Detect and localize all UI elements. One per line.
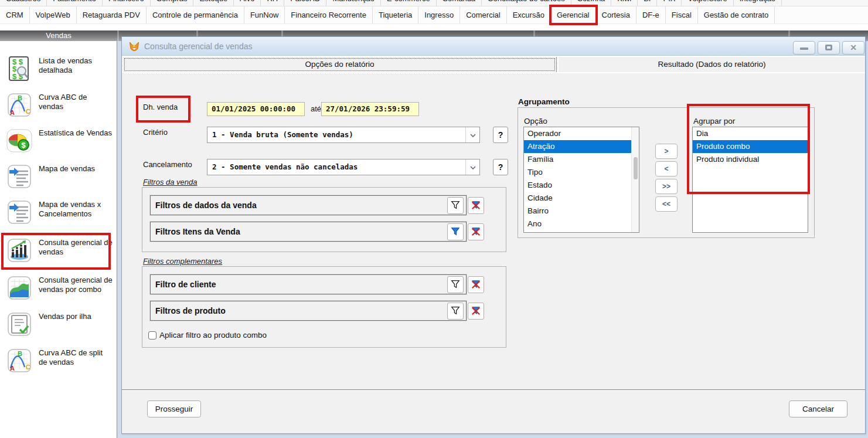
sidebar-item-mapa-de-vendas[interactable]: Mapa de vendas — [5, 163, 114, 197]
move-all-right-button[interactable]: >> — [655, 179, 678, 194]
menu-top-item[interactable]: Cadastros — [0, 0, 47, 6]
cancelamento-dropdown[interactable]: 2 - Somente vendas não canceladas — [207, 159, 480, 175]
filter-funnel-button[interactable] — [447, 276, 464, 293]
menu-item-cortesia[interactable]: Cortesia — [596, 6, 636, 23]
menu-item-retaguarda-pdv[interactable]: Retaguarda PDV — [77, 6, 147, 23]
menu-top-item[interactable]: Volpe.Store — [682, 0, 733, 6]
menu-top-item[interactable]: Kiwi — [611, 0, 638, 6]
minimize-button[interactable] — [793, 41, 815, 55]
menu-item-controle-permanencia[interactable]: Controle de permanência — [147, 6, 244, 23]
svg-text:B: B — [18, 350, 22, 357]
list-item[interactable]: Tipo — [524, 166, 639, 179]
menu-top-item[interactable]: Integração — [734, 0, 782, 6]
checked-doc-icon — [6, 311, 33, 338]
aplicar-filtro-combo-checkbox[interactable] — [148, 331, 156, 339]
cancelar-button[interactable]: Cancelar — [789, 400, 847, 417]
scrollbar[interactable] — [631, 127, 639, 232]
list-item-selected[interactable]: Produto combo — [693, 140, 808, 153]
menu-top-item[interactable]: BI — [638, 0, 657, 6]
menu-top-item[interactable]: Manutenção — [326, 0, 381, 6]
menu-top-item[interactable]: PalcoHD — [284, 0, 326, 6]
menu-item-gestao-contrato[interactable]: Gestão de contrato — [698, 6, 775, 23]
clear-filter-button[interactable] — [468, 276, 484, 293]
criterio-dropdown[interactable]: 1 - Venda bruta (Somente vendas) — [207, 127, 480, 143]
filter-funnel-button[interactable] — [447, 197, 464, 214]
window-titlebar[interactable]: Consulta gerencial de vendas ✕ — [122, 37, 865, 56]
cancelamento-help-button[interactable]: ? — [493, 159, 508, 175]
criterio-label: Critério — [143, 128, 168, 137]
list-item[interactable]: Ano — [524, 218, 639, 230]
menu-top-item[interactable]: Comanda — [437, 0, 482, 6]
svg-text:B: B — [18, 94, 22, 101]
sidebar-item-label: Consulta gerencial de vendas — [39, 238, 113, 257]
filtro-cliente-bar[interactable]: Filtro de cliente — [150, 274, 467, 294]
funnel-filled-icon — [450, 226, 461, 237]
menu-item-comercial[interactable]: Comercial — [460, 6, 507, 23]
scrollbar-thumb[interactable] — [634, 157, 638, 179]
restore-button[interactable] — [818, 41, 840, 55]
sidebar-item-curva-abc-split[interactable]: ABC Curva ABC de split de vendas — [5, 347, 114, 381]
menu-top-item[interactable]: PIX — [657, 0, 682, 6]
tab-resultado-dados-relatorio[interactable]: Resultado (Dados do relatório) — [559, 57, 865, 72]
menu-top-item[interactable]: Faturamento — [47, 0, 103, 6]
menu-top-item[interactable]: Cozinha — [571, 0, 612, 6]
criterio-help-button[interactable]: ? — [493, 127, 508, 143]
filter-funnel-button[interactable] — [447, 303, 464, 320]
filtros-dados-venda-bar[interactable]: Filtros de dados da venda — [150, 195, 467, 215]
sidebar-item-estatistica-de-vendas[interactable]: $ Estatística de Vendas — [5, 127, 114, 161]
menu-top-item[interactable]: Estoque — [193, 0, 234, 6]
clear-filter-button[interactable] — [468, 303, 484, 320]
filtros-produto-bar[interactable]: Filtros de produto — [150, 301, 467, 321]
menu-item-crm[interactable]: CRM — [0, 6, 30, 23]
list-item[interactable]: Família — [524, 153, 639, 166]
menu-item-tiqueteria[interactable]: Tiqueteria — [373, 6, 418, 23]
menu-item-fiscal[interactable]: Fiscal — [666, 6, 698, 23]
sidebar-item-consulta-gerencial-por-combo[interactable]: Consulta gerencial de vendas por combo — [5, 274, 114, 308]
list-item[interactable]: Produto individual — [693, 153, 808, 166]
list-item[interactable]: Bairro — [524, 205, 639, 218]
sidebar-item-curva-abc-de-vendas[interactable]: ABC Curva ABC de vendas — [5, 91, 114, 125]
date-from-field[interactable]: 01/01/2025 00:00:00 — [207, 102, 305, 116]
menu-top-item[interactable]: Conciliação de cartões — [482, 0, 571, 6]
opcao-listbox: Operador Atração Família Tipo Estado Cid… — [523, 127, 639, 233]
list-item[interactable]: Cidade — [524, 192, 639, 205]
filtros-itens-venda-bar[interactable]: Filtros Itens da Venda — [150, 222, 467, 242]
close-button[interactable]: ✕ — [842, 41, 864, 55]
sidebar-item-lista-de-vendas-detalhada[interactable]: $ $$$ $ Lista de vendas detalhada — [5, 55, 114, 89]
prosseguir-button[interactable]: Prosseguir — [147, 400, 201, 417]
sidebar-item-mapa-de-vendas-x-cancelamentos[interactable]: Mapa de vendas x Cancelamentos — [5, 199, 114, 233]
list-item[interactable]: Mês — [524, 230, 639, 233]
svg-text:C: C — [26, 108, 30, 115]
menu-item-volpeweb[interactable]: VolpeWeb — [30, 6, 77, 23]
menu-item-gerencial[interactable]: Gerencial — [551, 6, 596, 23]
menu-top-item[interactable]: RH — [261, 0, 284, 6]
menu-item-dfe[interactable]: DF-e — [636, 6, 666, 23]
sidebar-item-vendas-por-ilha[interactable]: Vendas por ilha — [5, 311, 114, 345]
abc-curve-icon: ABC — [6, 91, 33, 118]
move-all-left-button[interactable]: << — [655, 196, 678, 212]
menu-top-item[interactable]: Financeiro — [103, 0, 151, 6]
list-item[interactable]: Dia — [693, 127, 808, 140]
date-to-field[interactable]: 27/01/2026 23:59:59 — [321, 102, 419, 116]
tab-opcoes-do-relatorio[interactable]: Opções do relatório — [123, 57, 557, 72]
list-item[interactable]: Estado — [524, 179, 639, 192]
list-item-selected[interactable]: Atração — [524, 140, 639, 153]
menu-item-funnow[interactable]: FunNow — [244, 6, 285, 23]
sidebar-item-consulta-gerencial-de-vendas[interactable]: Consulta gerencial de vendas — [5, 237, 114, 271]
filter-funnel-button-active[interactable] — [447, 223, 464, 240]
move-right-button[interactable]: > — [655, 144, 678, 159]
clear-filter-button[interactable] — [468, 223, 484, 240]
move-left-button[interactable]: < — [655, 161, 678, 176]
menu-top-item[interactable]: Alvo — [234, 0, 261, 6]
sales-map-icon — [6, 163, 33, 190]
filtros-complementares-label: Filtros complementares — [143, 257, 222, 266]
clear-filter-button[interactable] — [468, 197, 484, 214]
menu-top-item[interactable]: Compras — [151, 0, 194, 6]
menu-top-item[interactable]: E-commerce — [381, 0, 437, 6]
menu-item-excursao[interactable]: Excursão — [507, 6, 551, 23]
list-item[interactable]: Operador — [524, 127, 639, 140]
menu-item-financeiro-recorrente[interactable]: Financeiro Recorrente — [285, 6, 373, 23]
funnel-clear-icon — [471, 226, 481, 237]
menu-item-ingresso[interactable]: Ingresso — [418, 6, 460, 23]
bar-divider — [117, 30, 119, 41]
